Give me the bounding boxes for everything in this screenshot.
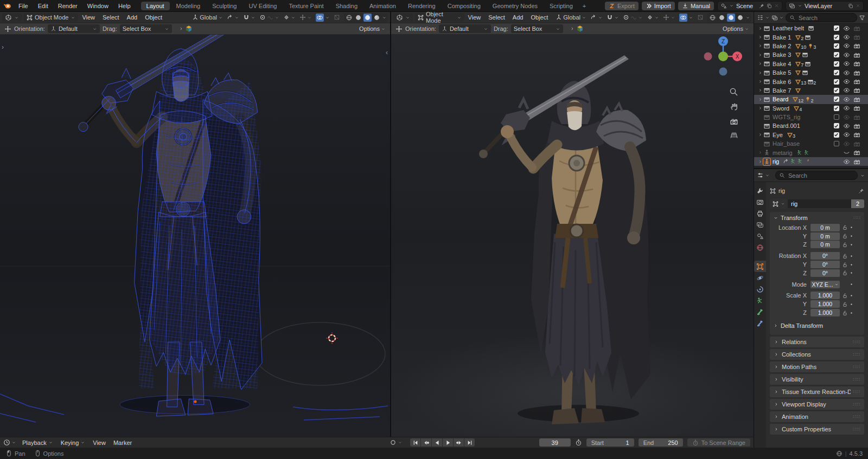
viewlayer-selector[interactable]: ViewLayer (786, 1, 864, 11)
outliner-row-rig[interactable]: rig (754, 157, 868, 166)
drag-select-left[interactable]: Select Box (120, 24, 172, 33)
checkbox-on[interactable] (834, 96, 839, 102)
transform-value-field[interactable]: 0° (810, 261, 840, 268)
auto-keying-toggle[interactable] (390, 439, 403, 446)
panel-visibility[interactable]: Visibility∷∷ (770, 374, 864, 385)
checkbox-on[interactable] (834, 123, 839, 128)
expand-chevron[interactable] (757, 97, 763, 102)
dot-icon[interactable] (849, 311, 854, 315)
dot-icon[interactable] (849, 293, 854, 298)
previous-keyframe-button[interactable] (421, 438, 431, 447)
outliner-row-eye[interactable]: Eye3 (754, 131, 868, 139)
tab-texture-paint[interactable]: Texture Paint (283, 2, 329, 10)
eye-icon[interactable] (843, 96, 850, 103)
properties-tab-output[interactable] (754, 208, 766, 219)
outliner-row-bake-3[interactable]: Bake 3 (754, 50, 868, 59)
transform-value-field[interactable]: XYZ E... (810, 281, 840, 288)
shading-wireframe-button[interactable] (709, 14, 717, 22)
checkbox-on[interactable] (834, 61, 839, 67)
mode-dropdown-right[interactable]: Object Mode (415, 13, 464, 22)
overlays-toggle[interactable] (316, 14, 330, 22)
dot-icon[interactable] (849, 242, 854, 247)
pivot-point-group[interactable] (647, 14, 659, 21)
close-icon[interactable] (856, 3, 860, 8)
checkbox-on[interactable] (834, 88, 839, 93)
xray-toggle[interactable] (334, 14, 340, 21)
panel-viewport-display[interactable]: Viewport Display∷∷ (770, 399, 864, 410)
close-icon[interactable] (774, 3, 779, 8)
eye-icon[interactable] (843, 131, 850, 138)
eye-icon[interactable] (843, 51, 850, 59)
eye-icon[interactable] (843, 25, 850, 32)
viewport-menu-view-right[interactable]: View (464, 14, 485, 21)
camera-icon[interactable] (853, 51, 860, 59)
checkbox-on[interactable] (834, 52, 839, 57)
outliner-row-hair_base[interactable]: Hair_base (754, 139, 868, 148)
current-frame-field[interactable]: 39 (539, 438, 571, 447)
properties-search[interactable] (775, 171, 858, 180)
viewport-right[interactable]: Object ModeViewSelectAddObjectGlobalOrie… (391, 12, 754, 437)
expand-chevron[interactable] (757, 53, 763, 57)
outliner-row-leather-belt[interactable]: Leather belt (754, 24, 868, 33)
properties-tab-object-data[interactable] (754, 295, 766, 306)
dot-icon[interactable] (849, 254, 854, 258)
shading-rendered-button[interactable] (736, 14, 744, 22)
camera-icon[interactable] (853, 105, 860, 112)
camera-icon[interactable] (853, 69, 860, 76)
shading-material-preview-button[interactable] (363, 14, 372, 22)
dot-icon[interactable] (849, 225, 854, 230)
menu-edit[interactable]: Edit (33, 0, 53, 11)
outliner-filter-mode[interactable] (771, 15, 784, 21)
users-badge[interactable]: 2 (851, 199, 864, 208)
properties-tab-bone-constraints[interactable] (754, 318, 766, 329)
transform-value-field[interactable]: 1.000 (810, 292, 840, 299)
outliner-row-bake-1[interactable]: Bake 12 (754, 33, 868, 41)
scene-left-wireframe[interactable] (0, 34, 390, 437)
transform-panel-header[interactable]: Transform∷∷ (770, 212, 864, 223)
outliner-search-input[interactable] (797, 14, 853, 22)
panel-custom-properties[interactable]: Custom Properties∷∷ (770, 424, 864, 435)
active-tool-expand[interactable] (178, 25, 193, 33)
timeline-editor-type[interactable] (3, 439, 16, 446)
camera-icon[interactable] (853, 158, 860, 165)
manual-button[interactable]: Manual (678, 2, 714, 10)
gizmos-group[interactable] (663, 14, 675, 21)
outliner-row-sword[interactable]: Sword4 (754, 104, 868, 113)
import-button[interactable]: Import (642, 2, 675, 10)
properties-tab-object[interactable] (754, 261, 766, 272)
scene-right-shaded[interactable] (391, 34, 754, 437)
viewport-menu-select-left[interactable]: Select (99, 14, 123, 21)
properties-tab-constraints[interactable] (754, 283, 766, 295)
lock-open-icon[interactable] (842, 253, 848, 259)
viewport-menu-object-right[interactable]: Object (527, 14, 552, 21)
xray-toggle[interactable] (697, 14, 704, 21)
tab-shading[interactable]: Shading (330, 2, 363, 10)
tab-uv-editing[interactable]: UV Editing (243, 2, 282, 10)
shading-rendered-button[interactable] (373, 14, 381, 22)
expand-chevron[interactable] (757, 88, 763, 93)
snap-target-group[interactable] (243, 14, 256, 21)
outliner-row-bake-2[interactable]: Bake 2103 (754, 42, 868, 50)
frame-start-field[interactable]: Start1 (586, 438, 634, 447)
tab-animation[interactable]: Animation (364, 2, 401, 10)
checkbox-on[interactable] (834, 35, 839, 40)
tab-modeling[interactable]: Modeling (171, 2, 206, 10)
delta-transform-row[interactable]: Delta Transform (770, 320, 864, 332)
timeline-menu-playback[interactable]: Playback (18, 439, 57, 446)
jump-to-end-button[interactable] (464, 438, 475, 447)
drag-select-right[interactable]: Select Box (511, 24, 563, 33)
properties-tab-world[interactable] (754, 242, 766, 253)
play-button[interactable] (443, 438, 453, 447)
tab-geometry-nodes[interactable]: Geometry Nodes (487, 2, 543, 10)
expand-chevron[interactable] (757, 35, 763, 40)
dot-icon[interactable] (849, 262, 854, 267)
camera-icon[interactable] (853, 140, 860, 147)
tab-layout[interactable]: Layout (141, 2, 170, 10)
lock-open-icon[interactable] (842, 242, 848, 248)
camera-icon[interactable] (853, 122, 860, 130)
jump-to-start-button[interactable] (410, 438, 420, 447)
options-dropdown-right[interactable]: Options (723, 25, 749, 32)
pin-icon[interactable] (759, 3, 764, 9)
menu-help[interactable]: Help (113, 0, 136, 11)
properties-tab-view-layer[interactable] (754, 219, 766, 230)
